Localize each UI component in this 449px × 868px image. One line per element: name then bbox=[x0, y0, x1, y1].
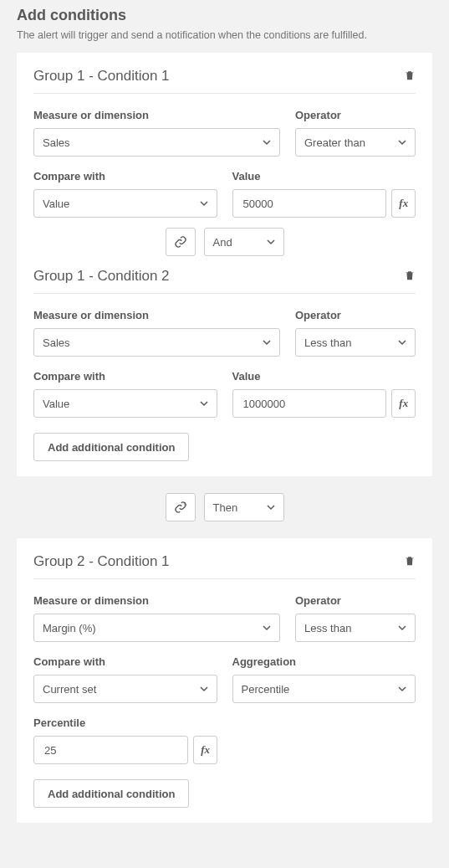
operator-select[interactable]: Greater than bbox=[295, 128, 416, 157]
value-input[interactable] bbox=[242, 390, 378, 417]
delete-icon[interactable] bbox=[404, 555, 416, 568]
measure-label: Measure or dimension bbox=[33, 309, 280, 321]
unlink-icon[interactable]: ? bbox=[166, 493, 196, 521]
chevron-down-icon bbox=[398, 338, 406, 347]
operator-label: Operator bbox=[295, 109, 416, 121]
value-input-wrapper bbox=[232, 189, 387, 218]
chevron-down-icon bbox=[398, 138, 406, 146]
operator-value: Greater than bbox=[304, 136, 365, 149]
chevron-down-icon bbox=[200, 685, 208, 693]
chevron-down-icon bbox=[263, 624, 271, 632]
add-condition-button[interactable]: Add additional condition bbox=[33, 433, 189, 461]
chevron-down-icon bbox=[398, 685, 406, 693]
delete-icon[interactable] bbox=[404, 69, 416, 83]
chevron-down-icon bbox=[263, 338, 271, 347]
add-condition-button[interactable]: Add additional condition bbox=[33, 779, 189, 808]
page-title: Add conditions bbox=[17, 7, 432, 24]
compare-value: Value bbox=[43, 198, 69, 210]
value-input-wrapper bbox=[232, 389, 387, 418]
group1-condition1: Group 1 - Condition 1 Measure or dimensi… bbox=[33, 68, 416, 218]
operator-label: Operator bbox=[295, 309, 416, 321]
compare-label: Compare with bbox=[33, 370, 217, 383]
fx-button[interactable]: fx bbox=[391, 189, 416, 218]
page-subtitle: The alert will trigger and send a notifi… bbox=[17, 29, 432, 41]
chevron-down-icon bbox=[398, 624, 406, 632]
join-value: And bbox=[213, 236, 232, 249]
join-select[interactable]: And bbox=[204, 228, 284, 256]
chevron-down-icon bbox=[263, 138, 271, 146]
chevron-down-icon bbox=[200, 199, 208, 208]
group-2-card: Group 2 - Condition 1 Measure or dimensi… bbox=[17, 538, 432, 823]
condition-title: Group 2 - Condition 1 bbox=[33, 553, 170, 570]
fx-button[interactable]: fx bbox=[391, 389, 416, 418]
condition-title: Group 1 - Condition 1 bbox=[33, 68, 170, 85]
measure-value: Margin (%) bbox=[43, 622, 96, 634]
measure-select[interactable]: Sales bbox=[33, 328, 280, 357]
operator-value: Less than bbox=[304, 336, 351, 349]
measure-label: Measure or dimension bbox=[33, 594, 280, 607]
measure-label: Measure or dimension bbox=[33, 109, 280, 121]
fx-button[interactable]: fx bbox=[193, 736, 217, 764]
percentile-label: Percentile bbox=[33, 716, 217, 729]
chevron-down-icon bbox=[267, 238, 275, 246]
link-icon[interactable] bbox=[166, 228, 196, 256]
measure-select[interactable]: Margin (%) bbox=[33, 614, 280, 642]
value-input[interactable] bbox=[242, 190, 378, 217]
aggregation-label: Aggregation bbox=[232, 655, 416, 668]
compare-label: Compare with bbox=[33, 170, 217, 182]
percentile-input-wrapper bbox=[33, 736, 188, 764]
group2-condition1: Group 2 - Condition 1 Measure or dimensi… bbox=[33, 553, 416, 764]
group-join-select[interactable]: Then bbox=[204, 493, 284, 521]
svg-text:?: ? bbox=[183, 501, 186, 506]
measure-value: Sales bbox=[43, 136, 70, 149]
compare-select[interactable]: Value bbox=[33, 189, 217, 218]
aggregation-value: Percentile bbox=[242, 683, 290, 696]
measure-select[interactable]: Sales bbox=[33, 128, 280, 157]
measure-value: Sales bbox=[43, 336, 70, 349]
compare-label: Compare with bbox=[33, 655, 217, 668]
group-1-card: Group 1 - Condition 1 Measure or dimensi… bbox=[17, 53, 432, 476]
condition-title: Group 1 - Condition 2 bbox=[33, 268, 170, 285]
chevron-down-icon bbox=[267, 503, 275, 511]
compare-select[interactable]: Value bbox=[33, 389, 217, 418]
aggregation-select[interactable]: Percentile bbox=[232, 675, 416, 703]
percentile-input[interactable] bbox=[43, 737, 179, 763]
group-join-value: Then bbox=[213, 501, 238, 514]
compare-select[interactable]: Current set bbox=[33, 675, 217, 703]
group1-condition2: Group 1 - Condition 2 Measure or dimensi… bbox=[33, 268, 416, 418]
compare-value: Value bbox=[43, 398, 69, 410]
value-label: Value bbox=[232, 170, 416, 182]
delete-icon[interactable] bbox=[404, 270, 416, 283]
compare-value: Current set bbox=[43, 683, 96, 696]
operator-label: Operator bbox=[295, 594, 416, 607]
operator-select[interactable]: Less than bbox=[295, 614, 416, 642]
chevron-down-icon bbox=[200, 399, 208, 408]
operator-value: Less than bbox=[304, 622, 351, 634]
operator-select[interactable]: Less than bbox=[295, 328, 416, 357]
value-label: Value bbox=[232, 370, 416, 383]
